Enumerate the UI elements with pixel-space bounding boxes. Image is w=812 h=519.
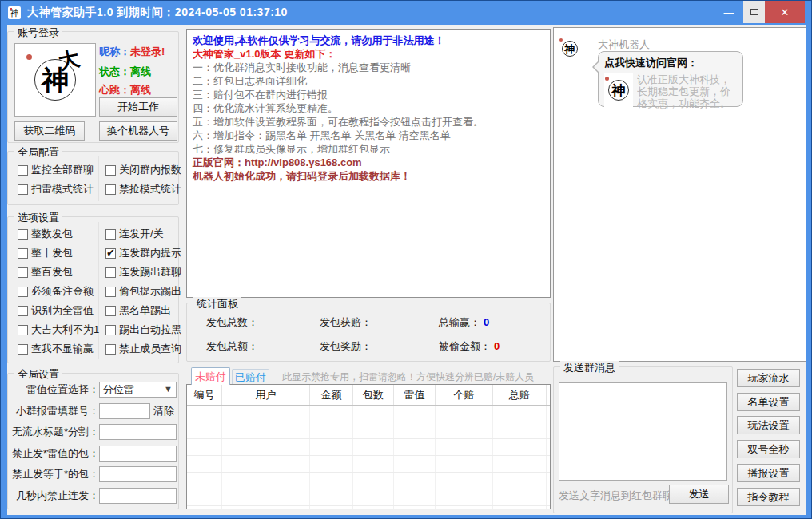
col-header-filler (547, 385, 550, 405)
checkbox-integer-packet[interactable]: ✔整数发包 (18, 227, 73, 241)
payout-table[interactable]: 编号 用户 金额 包数 雷值 个赔 总赔 (186, 384, 551, 509)
announcement-line: 七：修复群成员头像显示，增加群红包显示 (193, 142, 544, 156)
checkbox-icon: ✔ (18, 325, 28, 335)
checkbox-daji-not-one[interactable]: ✔大吉大利不为1 (18, 323, 99, 337)
col-header-id[interactable]: 编号 (187, 385, 222, 405)
forbid-mine-input[interactable] (99, 446, 177, 462)
forbid-mine-label: 禁止发*雷值的包： (10, 446, 99, 461)
player-flow-button[interactable]: 玩家流水 (737, 369, 800, 387)
checkbox-icon: ✔ (18, 229, 28, 240)
checkbox-icon: ✔ (18, 344, 28, 355)
checkbox-burst-kick[interactable]: ✔连发踢出群聊 (105, 265, 181, 279)
checkbox-burst-onoff[interactable]: ✔连发开/关 (105, 227, 164, 241)
robot-chat-panel: 神 大神机器人 点我快速访问官网： 神 认准正版大神科技，长期稳定包更新，价格实… (553, 27, 806, 362)
stat-total-winloss: 总输赢：0 (439, 315, 489, 330)
dual-account-button[interactable]: 双号全秒 (737, 440, 800, 458)
checkbox-steal-kick[interactable]: ✔偷包提示踢出 (105, 284, 181, 299)
calligraphy-logo: 大 神 (34, 59, 76, 101)
chevron-down-icon: ▼ (164, 384, 173, 394)
checkbox-icon: ✔ (18, 287, 28, 297)
announcement-line: 二：红包日志界面详细化 (193, 74, 544, 88)
status-row: 状态：离线 (99, 65, 151, 79)
checkbox-hundreds-packet[interactable]: ✔整百发包 (18, 265, 73, 279)
app-window: 神 大神管家助手1.0 到期时间：2024-05-05 01:37:10 — ✕… (0, 0, 812, 519)
group-message-input[interactable] (559, 382, 727, 481)
mine-pos-select[interactable]: 分位雷▼ (99, 382, 177, 398)
checkbox-kick-autoblack[interactable]: ✔踢出自动拉黑 (105, 323, 181, 337)
checkbox-tens-packet[interactable]: ✔整十发包 (18, 246, 73, 260)
seconds-input[interactable] (99, 488, 177, 504)
col-header-total-pay[interactable]: 总赔 (493, 385, 547, 405)
checkbox-require-remark[interactable]: ✔必须备注金额 (18, 284, 94, 299)
checkbox-close-group-count[interactable]: ✔关闭群内报数 (105, 163, 181, 177)
send-caption: 发送文字消息到红包群聊 (559, 489, 673, 503)
announcement-line: 欢迎使用,本软件仅供学习与交流，请勿用于非法用途！ (193, 34, 544, 47)
forbid-equal-label: 禁止发等于*的包： (10, 467, 99, 481)
login-logo-image: 大 神 (14, 43, 96, 117)
send-group-label: 发送群消息 (560, 361, 619, 375)
announcement-line: 三：赔付包不在群内进行错报 (193, 88, 544, 101)
maximize-button[interactable] (743, 1, 765, 23)
checkbox-icon: ✔ (18, 248, 28, 259)
announcement-line: 一：优化群消息实时接收功能，消息查看更清晰 (193, 61, 544, 74)
robot-avatar: 神 (559, 36, 580, 61)
account-login-group: 账号登录 大 神 昵称：未登录! 状态：离线 心跳：离线 开始工作 获取二维码 … (7, 31, 179, 143)
account-group-label: 账号登录 (14, 26, 62, 40)
list-settings-button[interactable]: 名单设置 (737, 393, 800, 411)
no-flow-input[interactable] (99, 424, 177, 440)
bubble-text: 认准正版大神科技，长期稳定包更新，价格实惠，功能齐全。唯一官 (637, 73, 737, 110)
tab-paid[interactable]: 已赔付 (232, 369, 269, 385)
global-settings-group: 全局设置 雷值位置选择： 分位雷▼ 小群报雷填群号： 清除 无流水标题*分割： … (7, 373, 179, 509)
clear-link[interactable]: 清除 (153, 404, 174, 418)
switch-robot-button[interactable]: 换个机器人号 (99, 121, 177, 141)
checkbox-blacklist-kick[interactable]: ✔黑名单踢出 (105, 303, 171, 318)
bubble-logo-image: 神 (604, 73, 633, 107)
minimize-button[interactable]: — (714, 1, 743, 23)
checkbox-hide-winloss[interactable]: ✔查我不显输赢 (18, 342, 94, 356)
small-group-input[interactable] (99, 403, 150, 419)
stat-packets-paid: 发包获赔： (320, 315, 375, 330)
col-header-each-pay[interactable]: 个赔 (436, 385, 493, 405)
checkbox-all-mine-value[interactable]: ✔识别为全雷值 (18, 303, 94, 318)
seconds-label: 几秒内禁止连发： (10, 489, 99, 503)
close-button[interactable]: ✕ (765, 1, 805, 23)
options-group-label: 选项设置 (14, 211, 62, 225)
checkbox-monitor-all-groups[interactable]: ✔监控全部群聊 (18, 163, 94, 177)
checkbox-nograb-stats[interactable]: ✔禁抢模式统计 (105, 182, 181, 196)
col-header-user[interactable]: 用户 (222, 385, 310, 405)
broadcast-settings-button[interactable]: 播报设置 (737, 464, 800, 482)
announcement-line: 四：优化流水计算系统更精准。 (193, 101, 544, 115)
stat-total-packets: 发包总数： (206, 315, 261, 330)
titlebar: 神 大神管家助手1.0 到期时间：2024-05-05 01:37:10 — ✕ (1, 1, 811, 25)
announcement-line: 六：增加指令：踢黑名单 开黑名单 关黑名单 清空黑名单 (193, 129, 544, 142)
announcement-line: 五：增加软件设置教程界面，可在教程指令按钮点击打开查看。 (193, 115, 544, 129)
col-header-packets[interactable]: 包数 (353, 385, 394, 405)
table-row (187, 406, 550, 422)
checkbox-minesweep-stats[interactable]: ✔扫雷模式统计 (18, 182, 94, 196)
checkbox-icon: ✔ (105, 267, 116, 278)
checkbox-icon: ✔ (105, 344, 116, 355)
col-header-amount[interactable]: 金额 (310, 385, 353, 405)
checkbox-forbid-member-query[interactable]: ✔禁止成员查询 (105, 342, 181, 356)
start-work-button[interactable]: 开始工作 (99, 97, 177, 117)
send-button[interactable]: 发送 (669, 485, 729, 504)
payout-table-header: 编号 用户 金额 包数 雷值 个赔 总赔 (187, 385, 550, 406)
official-site-bubble[interactable]: 点我快速访问官网： 神 认准正版大神科技，长期稳定包更新，价格实惠，功能齐全。唯… (598, 51, 743, 107)
table-row (187, 439, 550, 456)
play-settings-button[interactable]: 玩法设置 (737, 416, 800, 434)
global-config-label: 全局配置 (14, 145, 62, 160)
mine-pos-label: 雷值位置选择： (10, 382, 99, 397)
command-tutorial-button[interactable]: 指令教程 (737, 488, 800, 506)
stat-packet-reward: 发包奖励： (320, 339, 375, 354)
checkbox-icon: ✔ (105, 184, 116, 195)
announcement-panel[interactable]: 欢迎使用,本软件仅供学习与交流，请勿用于非法用途！ 大神管家_v1.0版本 更新… (186, 29, 551, 298)
get-qrcode-button[interactable]: 获取二维码 (14, 121, 85, 141)
tab-unpaid[interactable]: 未赔付 (191, 367, 230, 385)
forbid-equal-input[interactable] (99, 466, 177, 482)
payout-note: 此显示禁抢专用，扫雷请忽略！方便快速分辨已赔/未赔人员 (282, 370, 534, 384)
table-row (187, 473, 550, 489)
checkbox-burst-group-hint[interactable]: ✔连发群内提示 (105, 246, 181, 260)
col-header-mine[interactable]: 雷值 (394, 385, 436, 405)
stats-panel-group: 统计面板 发包总数： 发包获赔： 总输赢：0 发包总额： 发包奖励： 被偷金额：… (186, 303, 551, 362)
stats-panel-label: 统计面板 (193, 297, 241, 311)
